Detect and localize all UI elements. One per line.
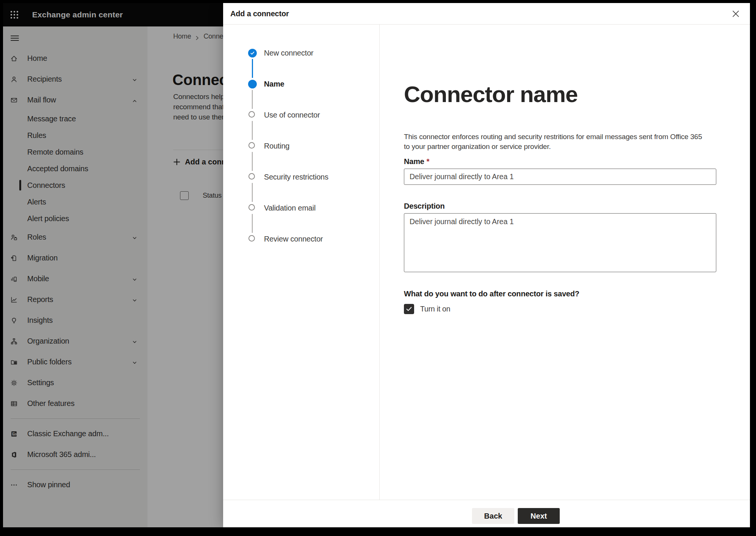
content-heading: Connector name xyxy=(404,82,577,107)
step-connector-line xyxy=(252,59,253,78)
close-button[interactable] xyxy=(728,6,743,21)
step-todo-icon[interactable] xyxy=(248,142,255,149)
checkbox-checked-icon[interactable] xyxy=(404,304,414,314)
turn-it-on-label: Turn it on xyxy=(420,305,450,313)
wizard-step-name[interactable]: Name xyxy=(264,79,284,89)
step-connector-line xyxy=(252,214,253,233)
turn-it-on-checkbox-row[interactable]: Turn it on xyxy=(404,304,450,314)
name-field-label: Name* xyxy=(404,157,429,166)
description-field-label: Description xyxy=(404,202,445,211)
screenshot-frame: Exchange admin center HomeRecipientsMail… xyxy=(0,0,756,536)
next-button[interactable]: Next xyxy=(518,508,560,524)
footer-divider xyxy=(223,500,750,500)
add-connector-dialog: Add a connector New connectorNameUse of … xyxy=(223,3,750,527)
step-connector-line xyxy=(252,152,253,171)
back-button[interactable]: Back xyxy=(472,508,514,524)
content-description: This connector enforces routing and secu… xyxy=(404,132,702,152)
after-save-question: What do you want to do after connector i… xyxy=(404,290,579,298)
step-connector-line xyxy=(252,121,253,140)
step-todo-icon[interactable] xyxy=(248,204,255,211)
wizard-step-review-connector[interactable]: Review connector xyxy=(264,234,323,244)
check-icon xyxy=(249,50,256,56)
required-asterisk: * xyxy=(427,157,430,166)
step-connector-line xyxy=(252,90,253,109)
wizard-step-routing[interactable]: Routing xyxy=(264,141,290,151)
step-todo-icon[interactable] xyxy=(248,235,255,242)
connector-name-input[interactable] xyxy=(404,169,716,185)
wizard-step-use-of-connector[interactable]: Use of connector xyxy=(264,110,320,120)
wizard-steps: New connectorNameUse of connectorRouting… xyxy=(223,25,380,500)
connector-description-textarea[interactable]: Deliver journal directly to Area 1 xyxy=(404,213,716,272)
step-todo-icon[interactable] xyxy=(248,173,255,180)
step-connector-line xyxy=(252,183,253,202)
dialog-title: Add a connector xyxy=(230,3,289,25)
step-todo-icon[interactable] xyxy=(248,111,255,118)
wizard-step-new-connector[interactable]: New connector xyxy=(264,48,314,58)
step-current-icon[interactable] xyxy=(248,80,257,88)
step-complete-icon[interactable] xyxy=(248,49,257,57)
wizard-step-validation-email[interactable]: Validation email xyxy=(264,203,316,213)
dialog-header: Add a connector xyxy=(223,3,750,25)
wizard-step-security-restrictions[interactable]: Security restrictions xyxy=(264,172,328,182)
close-icon xyxy=(731,9,740,18)
